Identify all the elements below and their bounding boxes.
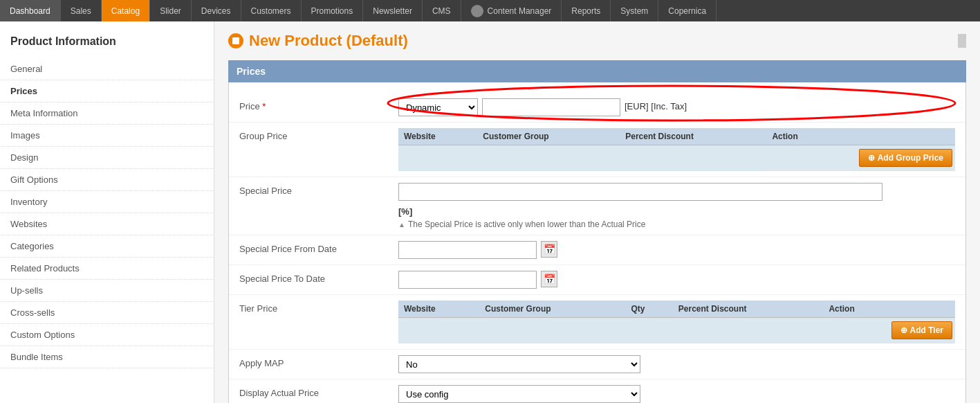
calendar-to-icon: 📅 [544,274,555,285]
apply-map-controls: No Yes [398,355,955,373]
apply-map-row: Apply MAP No Yes [229,350,965,379]
group-price-row: Group Price Website Customer Group Perce… [229,123,965,177]
price-input[interactable] [482,98,620,116]
group-price-table: Website Customer Group Percent Discount … [398,128,955,171]
tier-price-label: Tier Price [239,301,398,314]
tier-price-table: Website Customer Group Qty Percent Disco… [398,301,955,343]
special-price-to-label: Special Price To Date [239,271,398,284]
plus-icon-tier: ⊕ [900,325,907,335]
display-actual-price-label: Display Actual Price [239,385,398,398]
col-percent-discount: Percent Discount [620,128,766,145]
plus-icon: ⊕ [868,153,875,163]
product-icon [228,33,243,48]
page-title-row: New Product (Default) [228,32,966,50]
sidebar-title: Product Information [0,28,214,58]
nav-devices[interactable]: Devices [192,0,241,21]
sidebar-item-related-products[interactable]: Related Products [0,258,214,280]
sidebar-item-gift-options[interactable]: Gift Options [0,169,214,191]
nav-newsletter[interactable]: Newsletter [363,0,423,21]
special-price-from-row: Special Price From Date 📅 [229,235,965,265]
special-price-label: Special Price [239,183,398,196]
special-price-to-row: Special Price To Date 📅 [229,265,965,295]
scroll-indicator [958,34,966,48]
section-header: Prices [228,60,966,82]
nav-reports[interactable]: Reports [562,0,611,21]
price-suffix: [EUR] [Inc. Tax] [625,98,687,111]
price-label: Price [239,98,398,111]
sidebar-item-meta-information[interactable]: Meta Information [0,102,214,125]
display-actual-price-select[interactable]: Use config On Gesture In Cart Before Ord… [398,385,640,403]
group-price-empty-row: ⊕ Add Group Price [398,145,955,171]
nav-cms[interactable]: CMS [423,0,461,21]
sidebar-item-up-sells[interactable]: Up-sells [0,280,214,302]
page-title: New Product (Default) [249,32,408,50]
price-controls: Dynamic Fixed Open Amount [EUR] [Inc. Ta… [398,98,955,116]
display-actual-price-controls: Use config On Gesture In Cart Before Ord… [398,385,955,403]
nav-catalog[interactable]: Catalog [102,0,150,21]
price-row: Price Dynamic Fixed Open Amount [EUR] [I… [229,93,965,123]
main-content: New Product (Default) Prices Price Dynam… [214,21,980,403]
triangle-icon: ▲ [398,221,405,229]
sidebar-item-categories[interactable]: Categories [0,235,214,258]
special-price-to-input[interactable] [398,271,537,289]
nav-system[interactable]: System [611,0,658,21]
sidebar: Product Information General Prices Meta … [0,21,214,403]
price-type-select[interactable]: Dynamic Fixed Open Amount [398,98,478,116]
calendar-from-button[interactable]: 📅 [541,241,557,258]
special-price-note: ▲ The Special Price is active only when … [398,220,645,229]
col-customer-group: Customer Group [477,128,620,145]
sidebar-item-bundle-items[interactable]: Bundle Items [0,346,214,368]
nav-promotions[interactable]: Promotions [302,0,364,21]
tier-price-controls: Website Customer Group Qty Percent Disco… [398,301,955,343]
apply-map-select[interactable]: No Yes [398,355,640,373]
sidebar-item-general[interactable]: General [0,58,214,80]
sidebar-item-inventory[interactable]: Inventory [0,191,214,213]
user-icon [471,5,483,17]
sidebar-item-custom-options[interactable]: Custom Options [0,324,214,346]
sidebar-item-cross-sells[interactable]: Cross-sells [0,302,214,324]
group-price-controls: Website Customer Group Percent Discount … [398,128,955,171]
nav-copernica[interactable]: Copernica [658,0,716,21]
special-price-row: Special Price [%] ▲ The Special Price is… [229,177,965,235]
sidebar-item-images[interactable]: Images [0,125,214,147]
add-group-price-button[interactable]: ⊕ Add Group Price [859,149,952,167]
sidebar-item-design[interactable]: Design [0,147,214,169]
apply-map-label: Apply MAP [239,355,398,368]
tier-price-empty-row: ⊕ Add Tier [398,318,955,343]
tier-price-row: Tier Price Website Customer Group Qty Pe… [229,295,965,350]
special-price-to-controls: 📅 [398,271,955,289]
col-website: Website [398,128,477,145]
tier-col-percent-discount: Percent Discount [673,301,824,318]
special-price-input[interactable] [398,183,882,201]
display-actual-price-row: Display Actual Price Use config On Gestu… [229,379,965,403]
add-tier-button[interactable]: ⊕ Add Tier [891,321,952,339]
special-price-from-input[interactable] [398,241,537,259]
calendar-from-icon: 📅 [544,244,555,255]
pct-label: [%] [398,204,412,217]
tier-col-customer-group: Customer Group [479,301,625,318]
col-action: Action [766,128,955,145]
group-price-label: Group Price [239,128,398,141]
calendar-to-button[interactable]: 📅 [541,271,557,287]
nav-customers[interactable]: Customers [241,0,302,21]
nav-dashboard[interactable]: Dashboard [0,0,61,21]
tier-col-action: Action [823,301,955,318]
nav-sales[interactable]: Sales [61,0,102,21]
tier-col-website: Website [398,301,479,318]
special-price-from-controls: 📅 [398,241,955,259]
nav-content-manager[interactable]: Content Manager [461,0,562,21]
section-body: Price Dynamic Fixed Open Amount [EUR] [I… [228,82,966,403]
sidebar-item-websites[interactable]: Websites [0,213,214,235]
tier-col-qty: Qty [625,301,672,318]
nav-slider[interactable]: Slider [150,0,192,21]
special-price-controls: [%] ▲ The Special Price is active only w… [398,183,955,229]
sidebar-item-prices[interactable]: Prices [0,80,214,102]
prices-section: Prices Price Dynamic Fixed Open Amount [… [228,60,966,403]
special-price-from-label: Special Price From Date [239,241,398,254]
main-layout: Product Information General Prices Meta … [0,21,980,403]
top-navigation: Dashboard Sales Catalog Slider Devices C… [0,0,980,21]
